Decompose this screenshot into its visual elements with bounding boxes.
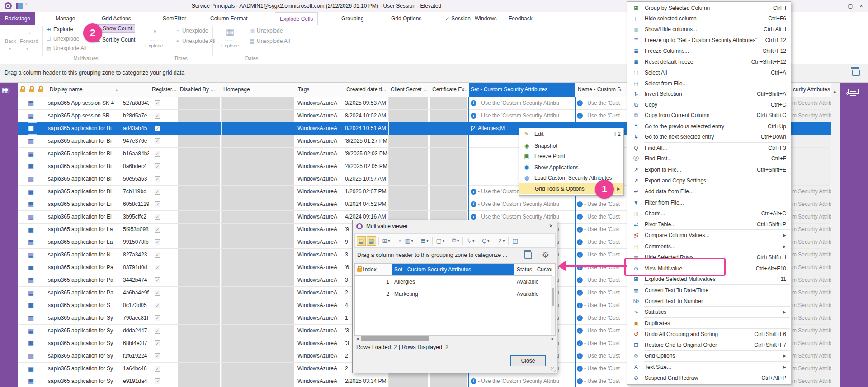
tags-cell[interactable]: WindowsAzureA	[297, 325, 344, 337]
menu-item-hide-selected-column[interactable]: ▯Hide selected columnCtrl+F6	[627, 14, 791, 24]
tab-manage[interactable]: Manage	[51, 12, 80, 25]
dialog-value-cell[interactable]: Allergies	[392, 276, 514, 288]
created-date-cell[interactable]: 1/2026 02:07 PM	[345, 186, 387, 198]
name-attributes-cell[interactable]: i- Use the 'Cust	[577, 337, 627, 350]
disabled-by-cell[interactable]	[178, 363, 221, 375]
row-grid-icon[interactable]: ▦	[28, 122, 37, 135]
row-grid-icon[interactable]: ▦	[28, 173, 37, 185]
id-cell[interactable]: 50e55a63	[123, 173, 149, 185]
menu-item-group-by-selected-column[interactable]: ⊞Group by Selected ColumnCtrl+I	[627, 3, 791, 14]
tab-grid-options[interactable]: Grid Options	[387, 12, 426, 25]
homepage-cell[interactable]	[222, 135, 295, 147]
homepage-cell[interactable]	[222, 299, 295, 312]
registered-checkbox[interactable]: ✓	[155, 303, 160, 308]
client-secret-cell[interactable]	[389, 148, 429, 160]
homepage-cell[interactable]	[222, 198, 295, 210]
certificate-cell[interactable]	[430, 198, 468, 210]
back-arrow-icon[interactable]: ←	[6, 27, 15, 37]
tags-cell[interactable]: WindowsAzureA	[297, 160, 344, 173]
hidden-column-fragment-cell[interactable]: m Security Attribu	[791, 224, 831, 236]
registered-checkbox[interactable]: ✓	[155, 277, 160, 283]
scroll-up-icon[interactable]: ▲	[833, 89, 837, 93]
name-attributes-cell[interactable]: i- Use the 'Cust	[577, 249, 627, 261]
display-name-cell[interactable]: sapio365 application for Bi	[48, 173, 122, 185]
homepage-cell[interactable]	[222, 375, 295, 387]
tags-cell[interactable]: WindowsAzureA	[297, 135, 344, 147]
row-grid-icon[interactable]: ▦	[28, 261, 37, 274]
menu-item-go-to-the-next-selected-entry[interactable]: ↳Go to the next selected entryCtrl+Down	[627, 132, 791, 143]
row-grid-icon[interactable]: ▦	[28, 186, 37, 198]
tab-sort-filter[interactable]: Sort/Filter	[158, 12, 191, 25]
dialog-index-cell[interactable]: 1	[355, 276, 392, 288]
column-header-register-[interactable]: Register...	[150, 83, 177, 97]
hidden-column-fragment-cell[interactable]: m Security Attribu	[791, 274, 831, 286]
created-date-cell[interactable]: 0/2024 04:52 PM	[345, 198, 387, 210]
hidden-column-fragment-cell[interactable]	[791, 148, 831, 160]
homepage-cell[interactable]	[222, 148, 295, 160]
menu-item-invert-selection[interactable]: ⇅Invert SelectionCtrl+Shift+A	[627, 89, 791, 99]
menu-item-compare-column-values-[interactable]: ≶Compare Column Values...▶	[627, 230, 791, 241]
certificate-cell[interactable]	[430, 173, 468, 185]
display-name-cell[interactable]: sapio365 application for La	[48, 236, 122, 248]
registered-checkbox[interactable]: ✓	[155, 265, 160, 270]
client-secret-cell[interactable]	[389, 135, 429, 147]
scrollbar-thumb[interactable]	[361, 336, 429, 341]
row-grid-icon[interactable]: ▦	[28, 287, 37, 299]
menu-item-comments-[interactable]: ▤Comments...▶	[627, 241, 791, 252]
registered-checkbox[interactable]: ✓	[155, 315, 160, 321]
restore-button[interactable]: ▢	[845, 2, 855, 10]
name-attributes-cell[interactable]: i- Use the 'Cust	[577, 350, 627, 362]
disabled-by-cell[interactable]	[178, 160, 221, 173]
name-attributes-cell[interactable]: i- Use the 'Cust	[577, 312, 627, 324]
dialog-col-set[interactable]: Set - Custom Security Attributes	[392, 264, 514, 276]
dialog-toolbar-button[interactable]: ◔	[396, 237, 403, 245]
id-cell[interactable]: 0c173d05	[123, 299, 149, 312]
row-grid-icon[interactable]: ▦	[28, 375, 37, 387]
display-name-cell[interactable]: sapio365 App session SK 4	[48, 97, 122, 109]
times-explode-button[interactable]: ◔ ◦◦◦Explode	[140, 26, 168, 48]
trash-icon[interactable]	[852, 70, 860, 76]
hidden-column-fragment-cell[interactable]: m Security Attribu	[791, 198, 831, 210]
row-grid-icon[interactable]: ▦	[28, 350, 37, 362]
dialog-toolbar-button[interactable]: ▢▾	[435, 237, 446, 245]
disabled-by-cell[interactable]	[178, 350, 221, 362]
set-attributes-cell[interactable]: i- Use the 'Custom Security Attribu	[471, 198, 574, 210]
menu-item-filter-from-file-[interactable]: ▼Filter from File...	[627, 197, 791, 208]
tab-windows[interactable]: Windows	[470, 12, 501, 25]
registered-checkbox[interactable]: ✓	[155, 189, 160, 195]
row-grid-icon[interactable]: ▦	[28, 198, 37, 210]
id-cell[interactable]: 3b95cffc2	[123, 211, 149, 223]
tags-cell[interactable]: WindowsAzureA	[297, 122, 344, 135]
dialog-status-cell[interactable]: Available	[514, 276, 552, 288]
menu-item-reset-default-freeze[interactable]: ≣Reset default freezeCtrl+Shift+F12	[627, 56, 791, 67]
column-header-blank[interactable]	[123, 83, 149, 97]
dialog-col-status[interactable]: Status - Custom	[514, 264, 552, 276]
hidden-column-fragment-cell[interactable]: m Security Attribu	[791, 122, 831, 135]
hidden-column-fragment-cell[interactable]: m Security Attribu	[791, 287, 831, 299]
grid-corner-icon[interactable]: ▦〉	[2, 85, 13, 94]
column-header-homepage[interactable]: Homepage	[222, 83, 295, 97]
back-caret-icon[interactable]: ▾	[9, 47, 11, 51]
hidden-column-fragment-cell[interactable]: m Security Attribu	[791, 236, 831, 248]
times-unexplode-button[interactable]: ◔Unexplode	[174, 28, 208, 34]
certificate-cell[interactable]	[430, 110, 468, 122]
tags-cell[interactable]: WindowsAzureA	[297, 148, 344, 160]
name-attributes-cell[interactable]: i- Use the 'Cust	[577, 325, 627, 337]
dialog-toolbar-button[interactable]: ▥▾	[403, 237, 414, 245]
menu-item-copy[interactable]: ⧉CopyCtrl+C	[627, 99, 791, 110]
tags-cell[interactable]: WindowsAzureA	[297, 350, 344, 362]
menu-item-show-applications[interactable]: ⬢Show Applications	[519, 163, 623, 173]
column-header-disabled-by-[interactable]: Disabled By ...	[178, 83, 221, 97]
created-date-cell[interactable]: 2/2025 03:34 PM	[345, 375, 387, 387]
row-grid-icon[interactable]: ▦	[28, 148, 37, 160]
menu-item-export-and-copy-settings-[interactable]: ↗Export and Copy Settings...	[627, 175, 791, 186]
set-attributes-cell[interactable]: i- Use the 'Custom Security Attribu	[471, 375, 574, 387]
row-grid-icon[interactable]: ▦	[28, 110, 37, 122]
id-cell[interactable]: 1a64bc46	[123, 363, 149, 375]
dialog-toolbar-button[interactable]: ↳▾	[465, 237, 476, 245]
created-date-cell[interactable]: 0/2025 10:57 AM	[345, 173, 387, 185]
column-header-display-name[interactable]: Display name▲	[48, 83, 122, 97]
homepage-cell[interactable]	[222, 211, 295, 223]
homepage-cell[interactable]	[222, 261, 295, 274]
dialog-close-button[interactable]: Close	[510, 355, 546, 366]
